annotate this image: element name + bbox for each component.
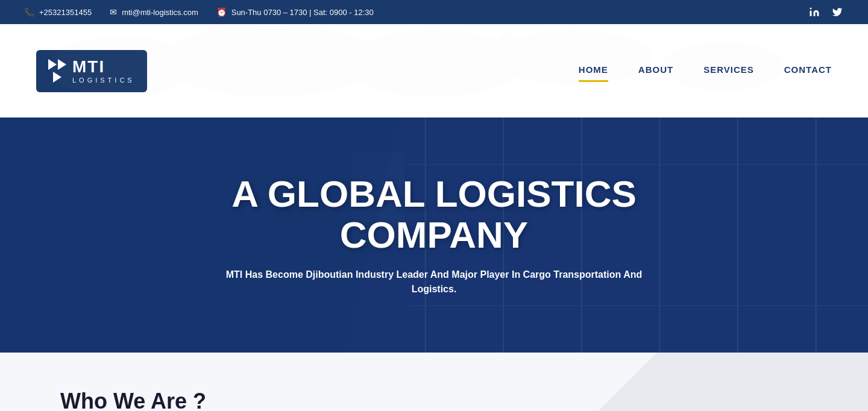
hero-title-line2: COMPANY (340, 214, 528, 256)
arrow-3 (53, 72, 61, 83)
svg-point-7 (497, 33, 515, 51)
phone-icon (24, 7, 34, 17)
hero-content: A GLOBAL LOGISTICS COMPANY MTI Has Becom… (211, 174, 657, 296)
who-section: Who We Are ? (0, 353, 868, 411)
nav-about[interactable]: ABOUT (638, 64, 673, 77)
svg-point-4 (344, 30, 524, 96)
svg-rect-0 (810, 11, 812, 16)
who-title: Who We Are ? (60, 389, 808, 411)
nav-contact[interactable]: CONTACT (784, 64, 832, 77)
top-bar-contact-info: +25321351455 mti@mti-logistics.com Sun-T… (24, 7, 374, 17)
logo-sub: LOGISTICS (72, 77, 135, 84)
email-icon (110, 7, 117, 17)
hero-section: A GLOBAL LOGISTICS COMPANY MTI Has Becom… (0, 118, 868, 353)
hero-title-line1: A GLOBAL LOGISTICS (231, 173, 637, 215)
logo-box: MTI LOGISTICS (36, 50, 147, 92)
svg-point-3 (163, 24, 380, 96)
nav-home[interactable]: HOME (579, 64, 608, 77)
site-header: MTI LOGISTICS HOME ABOUT SERVICES CONTAC… (0, 24, 868, 118)
nav-services[interactable]: SERVICES (703, 64, 754, 77)
logo[interactable]: MTI LOGISTICS (36, 50, 147, 92)
social-links (808, 5, 844, 19)
hero-subtitle: MTI Has Become Djiboutian Industry Leade… (223, 268, 645, 296)
main-nav: HOME ABOUT SERVICES CONTACT (579, 64, 832, 77)
clock-icon (216, 7, 227, 17)
phone-item: +25321351455 (24, 7, 92, 17)
arrow-1 (48, 59, 57, 70)
logo-text-group: MTI LOGISTICS (72, 58, 135, 84)
hours-item: Sun-Thu 0730 – 1730 | Sat: 0900 - 12:30 (216, 7, 374, 17)
logo-name: MTI (72, 58, 135, 75)
business-hours: Sun-Thu 0730 – 1730 | Sat: 0900 - 12:30 (231, 8, 374, 17)
email-address: mti@mti-logistics.com (122, 8, 198, 17)
twitter-icon[interactable] (831, 5, 844, 19)
svg-point-1 (810, 8, 812, 10)
phone-number: +25321351455 (39, 8, 92, 17)
top-bar: +25321351455 mti@mti-logistics.com Sun-T… (0, 0, 868, 24)
email-item: mti@mti-logistics.com (110, 7, 198, 17)
linkedin-icon[interactable] (808, 5, 821, 19)
logo-arrows (48, 59, 66, 83)
arrow-2 (58, 59, 66, 70)
hero-title: A GLOBAL LOGISTICS COMPANY (223, 174, 645, 256)
